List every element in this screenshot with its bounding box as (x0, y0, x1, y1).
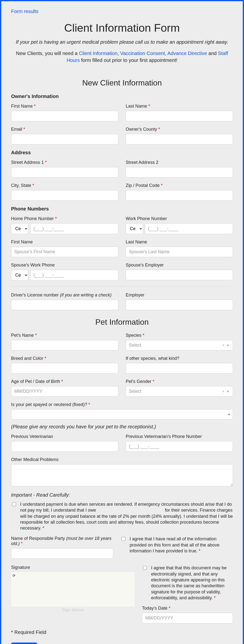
intro-end: form filled out prior to your first appo… (80, 58, 177, 63)
street1-input[interactable] (11, 167, 118, 178)
age-pet-input[interactable] (11, 386, 118, 397)
consent2-checkbox[interactable] (122, 537, 125, 541)
intro-and: and (207, 50, 218, 56)
pet-info-heading: Pet Information (11, 318, 233, 327)
todays-date-input[interactable] (142, 613, 233, 623)
link-advance-directive[interactable]: Advance Directive (167, 50, 207, 56)
other-species-input[interactable] (126, 363, 233, 374)
spouse-employer-input[interactable] (126, 270, 233, 280)
link-client-information[interactable]: Client Information (79, 50, 118, 56)
consent1-checkbox[interactable] (12, 502, 16, 506)
owners-county-label: Owner's County * (126, 127, 233, 132)
required-field-note: * Required Field (11, 630, 233, 635)
spayed-select[interactable] (11, 409, 233, 420)
prev-vet-label: Previous Veterinarian (11, 434, 118, 439)
spouse-employer-label: Spouse's Employer (126, 262, 233, 268)
street1-label: Street Address 1 * (11, 160, 118, 165)
breed-color-label: Breed and Color * (11, 356, 118, 361)
first-name-label: First Name * (11, 104, 118, 109)
link-vaccination-consent[interactable]: Vaccination Consent (120, 50, 165, 56)
pet-name-label: Pet's Name * (11, 333, 118, 338)
spouse-last-input[interactable] (126, 246, 233, 257)
home-phone-code[interactable]: Ce (11, 223, 28, 234)
pet-gender-select[interactable]: Select× ▾ (126, 386, 233, 397)
phone-numbers-heading: Phone Numbers (11, 206, 233, 212)
form-results-link[interactable]: Form results (11, 8, 233, 14)
breed-color-input[interactable] (11, 363, 118, 374)
pet-name-input[interactable] (11, 340, 118, 350)
page-title: Client Information Form (11, 22, 233, 34)
spouse-workphone-label: Spouse's Work Phone (11, 262, 118, 268)
spouse-last-label: Last Name (126, 240, 233, 245)
home-phone-input[interactable] (30, 223, 118, 234)
submit-button[interactable]: Submit (11, 642, 37, 644)
spouse-workphone-code[interactable]: Ce (11, 270, 28, 280)
work-phone-code[interactable]: Ce (126, 223, 143, 234)
owners-info-heading: Owner's Information (11, 94, 233, 99)
street2-input[interactable] (126, 167, 233, 178)
spouse-first-label: First Name (11, 240, 118, 245)
sign-above-text: Sign above (11, 608, 135, 612)
intro-text: New Clients, you will need a Client Info… (11, 50, 233, 64)
other-medical-label: Other Medical Problems (11, 457, 233, 462)
age-pet-label: Age of Pet / Date of Birth * (11, 379, 118, 384)
pet-gender-label: Pet's Gender * (126, 379, 233, 384)
zip-input[interactable] (126, 190, 233, 201)
address-heading: Address (11, 150, 233, 156)
email-label: Email * (11, 127, 118, 132)
species-label: Species * (126, 333, 233, 338)
employer-input[interactable] (126, 300, 233, 310)
city-state-input[interactable] (11, 190, 118, 201)
owners-county-input[interactable] (126, 134, 233, 144)
prev-vet-phone-label: Previous Veterinarian's Phone Number (126, 434, 233, 439)
responsible-party-label: Name of Responsible Party (must be over … (11, 536, 113, 546)
email-input[interactable] (11, 134, 118, 144)
signature-label: Signature (11, 565, 135, 570)
refresh-icon[interactable]: ⟳ (13, 574, 16, 578)
drivers-license-label: Driver's License number (if you are writ… (11, 292, 118, 298)
spayed-label: Is your pet spayed or neutered (fixed)? … (11, 402, 233, 407)
last-name-input[interactable] (126, 111, 233, 121)
select-x-chevron-icon: × ▾ (222, 343, 230, 347)
home-phone-label: Home Phone Number * (11, 216, 118, 221)
intro-start: New Clients, you will need a (16, 50, 79, 56)
select-x-chevron-icon: × ▾ (222, 390, 230, 393)
consent1-text: I understand payment is due when service… (20, 501, 233, 531)
records-note: (Please give any records you have for yo… (11, 424, 233, 430)
other-species-label: If other species, what kind? (126, 356, 233, 361)
zip-label: Zip / Postal Code * (126, 183, 233, 188)
new-client-heading: New Client Information (11, 78, 233, 88)
city-state-label: City, State * (11, 183, 118, 188)
employer-label: Employer (126, 292, 233, 298)
todays-date-label: Today's Date * (142, 606, 233, 611)
consent3-checkbox[interactable] (143, 566, 147, 570)
consent3-text: I agree that that this document may be e… (151, 565, 233, 601)
species-select[interactable]: Select× ▾ (126, 340, 233, 350)
drivers-license-input[interactable] (11, 300, 118, 310)
important-heading: Important - Read Carefully: (11, 492, 233, 498)
prev-vet-phone-input[interactable] (126, 441, 233, 452)
subtitle: If your pet is having an urgent medical … (11, 39, 233, 45)
spouse-workphone-input[interactable] (30, 270, 118, 280)
last-name-label: Last Name * (126, 104, 233, 109)
work-phone-input[interactable] (145, 223, 233, 234)
first-name-input[interactable] (11, 111, 118, 121)
street2-label: Street Address 2 (126, 160, 233, 165)
prev-vet-input[interactable] (11, 441, 118, 452)
work-phone-label: Work Phone Number (126, 216, 233, 221)
signature-pad[interactable]: ⟳ (11, 572, 135, 606)
other-medical-input[interactable] (11, 464, 233, 486)
divider (11, 286, 233, 287)
spouse-first-input[interactable] (11, 246, 118, 257)
consent2-text: I agree that I have read all of the info… (130, 536, 233, 554)
responsible-party-input[interactable] (11, 548, 113, 559)
